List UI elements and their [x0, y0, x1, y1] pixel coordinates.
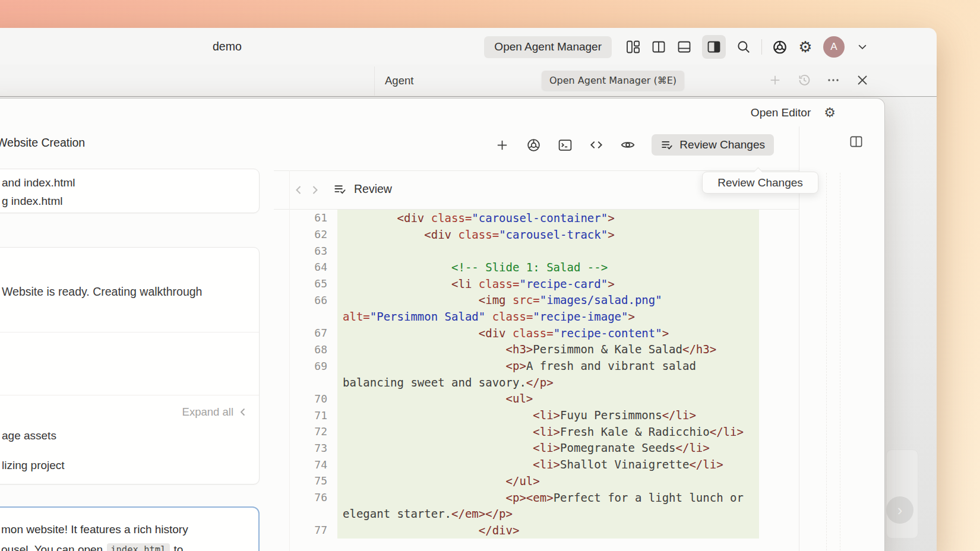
sidebar-guide-line — [826, 173, 827, 551]
more-options-icon[interactable] — [826, 72, 841, 88]
code-icon[interactable] — [589, 137, 604, 153]
code-line: <img src="images/salad.png" — [337, 292, 759, 308]
code-row: 68 <h3>Persimmon & Kale Salad</h3> — [274, 341, 799, 358]
line-number: 76 — [274, 491, 337, 504]
code-row: 64 <!-- Slide 1: Salad --> — [274, 259, 799, 276]
chat-panel: Website Creation and index.html g index.… — [0, 99, 274, 551]
review-changes-label: Review Changes — [679, 138, 765, 151]
open-agent-manager-button[interactable]: Open Agent Manager — [484, 36, 612, 58]
code-row: 74 <li>Shallot Vinaigrette</li> — [274, 456, 799, 473]
back-chevron-icon[interactable] — [294, 183, 303, 197]
code-line: <li>Pomegranate Seeds</li> — [337, 440, 759, 457]
code-line: elegant starter.</em></p> — [337, 505, 759, 522]
code-line: <div class="recipe-content"> — [337, 325, 759, 341]
agent-manager-panel: Open Editor ⚙ Website Creation and index… — [0, 98, 885, 551]
review-changes-button[interactable]: Review Changes — [652, 134, 774, 156]
line-number: 74 — [274, 458, 337, 471]
desktop-background: demo Open Agent Manager — [0, 0, 980, 551]
window-title: demo — [213, 40, 242, 53]
chevron-down-icon[interactable] — [855, 39, 870, 55]
preview-browser-icon[interactable] — [526, 137, 541, 153]
assistant-message-line: mon website! It features a rich history — [1, 523, 188, 536]
card-divider — [0, 395, 259, 395]
hidden-panel-card — [886, 449, 918, 539]
split-columns-icon[interactable] — [651, 39, 666, 55]
settings-gear-icon[interactable]: ⚙ — [798, 39, 813, 55]
code-line: <li>Shallot Vinaigrette</li> — [337, 456, 759, 473]
code-line: <div class="carousel-track"> — [337, 226, 759, 243]
line-number: 67 — [274, 327, 337, 339]
line-number: 71 — [274, 409, 337, 422]
code-row: balancing sweet and savory.</p> — [274, 374, 799, 391]
code-line: </ul> — [337, 473, 759, 489]
review-panel: Review Changes Review — [274, 99, 799, 551]
new-tab-icon[interactable] — [767, 72, 783, 88]
code-line: balancing sweet and savory.</p> — [337, 374, 759, 391]
code-row: 73 <li>Pomegranate Seeds</li> — [274, 440, 799, 457]
popup-label: Review Changes — [717, 176, 803, 189]
forward-chevron-icon[interactable] — [311, 183, 320, 197]
code-row: elegant starter.</em></p> — [274, 505, 799, 522]
tab-agent[interactable]: Agent — [385, 74, 413, 87]
code-line: <div class="carousel-container"> — [337, 210, 759, 226]
eye-icon[interactable] — [620, 137, 636, 153]
files-card[interactable]: and index.html g index.html — [0, 169, 260, 213]
code-row: 70 <ul> — [274, 391, 799, 407]
code-line: <p><em>Perfect for a light lunch or — [337, 489, 759, 506]
code-row: alt="Persimmon Salad" class="recipe-imag… — [274, 308, 799, 325]
window-titlebar[interactable]: demo Open Agent Manager — [0, 28, 937, 65]
assistant-message-card: mon website! It features a rich history … — [0, 506, 260, 551]
code-lines: 61 <div class="carousel-container">62 <d… — [274, 210, 799, 539]
code-row: 69 <p>A fresh and vibrant salad — [274, 357, 799, 374]
line-number: 77 — [274, 524, 337, 536]
code-line: <li>Fuyu Persimmons</li> — [337, 407, 759, 423]
history-icon[interactable] — [796, 72, 812, 88]
code-diff-view[interactable]: 61 <div class="carousel-container">62 <d… — [274, 210, 799, 551]
line-number: 75 — [274, 474, 337, 487]
line-number: 72 — [274, 425, 337, 438]
search-icon[interactable] — [736, 39, 751, 55]
code-row: 76 <p><em>Perfect for a light lunch or — [274, 489, 799, 506]
split-view-icon[interactable] — [849, 135, 863, 148]
app-window: demo Open Agent Manager — [0, 28, 937, 551]
layout-grid-icon[interactable] — [625, 39, 641, 55]
status-message: Website is ready. Creating walkthrough — [2, 285, 202, 299]
task-item[interactable]: lizing project — [2, 459, 65, 472]
avatar[interactable]: A — [823, 36, 845, 58]
line-number: 65 — [274, 277, 337, 290]
message-text: ousel. You can open — [1, 543, 103, 551]
toolbar-divider — [761, 39, 762, 55]
file-item[interactable]: and index.html — [0, 174, 259, 192]
expand-all-button[interactable]: Expand all — [182, 406, 247, 419]
panel-settings-gear-icon[interactable]: ⚙ — [824, 106, 836, 119]
split-rows-icon[interactable] — [676, 39, 692, 55]
card-divider — [0, 332, 259, 332]
conversation-title: Website Creation — [0, 136, 85, 150]
close-icon[interactable] — [855, 72, 870, 88]
file-item[interactable]: g index.html — [0, 192, 259, 210]
sidebar-guide-line — [840, 173, 840, 551]
code-row: 65 <li class="recipe-card"> — [274, 276, 799, 292]
terminal-icon[interactable] — [557, 137, 573, 153]
code-row: 63 — [274, 242, 799, 259]
code-row: 66 <img src="images/salad.png" — [274, 292, 799, 308]
browser-icon[interactable] — [772, 39, 788, 55]
code-line — [337, 242, 759, 259]
code-line: <h3>Persimmon & Kale Salad</h3> — [337, 341, 759, 358]
code-row: 75 </ul> — [274, 473, 799, 489]
open-agent-manager-tooltip: Open Agent Manager (⌘E) — [542, 71, 684, 90]
list-check-icon — [333, 182, 347, 196]
code-line: <p>A fresh and vibrant salad — [337, 357, 759, 374]
expand-all-label: Expand all — [182, 406, 233, 419]
code-row: 62 <div class="carousel-track"> — [274, 226, 799, 243]
line-number: 62 — [274, 228, 337, 240]
task-item[interactable]: age assets — [2, 429, 56, 442]
line-number: 70 — [274, 392, 337, 405]
line-number: 69 — [274, 360, 337, 372]
add-icon[interactable] — [494, 137, 510, 153]
right-panel-toggle-icon[interactable] — [702, 35, 726, 59]
review-changes-popup[interactable]: Review Changes — [702, 172, 818, 194]
code-row: 77 </div> — [274, 522, 799, 539]
code-row: 72 <li>Fresh Kale & Radicchio</li> — [274, 423, 799, 440]
next-arrow-button[interactable]: › — [886, 496, 913, 524]
